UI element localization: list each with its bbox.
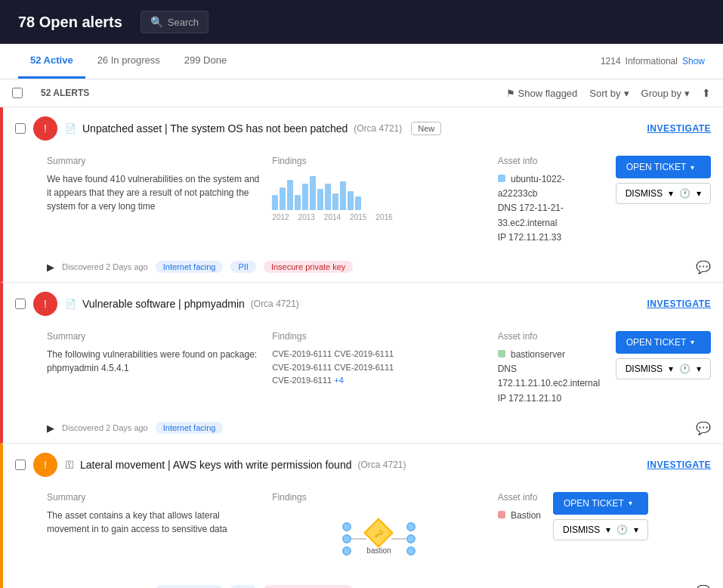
alert-1-investigate-link[interactable]: INVESTIGATE xyxy=(647,123,711,134)
tab-active-label: Active xyxy=(44,54,73,66)
clock-dropdown-icon: ▾ xyxy=(697,188,701,199)
alert-1-discovered-time: 2 Days ago xyxy=(106,262,148,271)
dismiss-dropdown-icon: ▾ xyxy=(669,188,673,199)
node-1 xyxy=(342,522,351,531)
alert-1-tag-2: PII xyxy=(230,261,255,273)
alert-3-asset-info: Bastion xyxy=(498,509,541,523)
expand-icon: ▶ xyxy=(47,262,54,273)
clock-3-icon: 🕐 xyxy=(616,525,628,535)
alert-3-asset-title: Asset info xyxy=(498,492,541,503)
alert-2-tag-1: Internet facing xyxy=(156,422,224,434)
alert-2-chat-icon[interactable]: 💬 xyxy=(696,421,711,435)
alert-2-title-area: 📄 Vulnerable software | phpmyadmin (Orca… xyxy=(65,298,639,310)
line-right xyxy=(391,538,406,540)
alert-1-open-ticket-button[interactable]: OPEN TICKET ▾ xyxy=(616,156,711,178)
alert-2-header: ! 📄 Vulnerable software | phpmyadmin (Or… xyxy=(3,283,723,325)
alert-2-source: (Orca 4721) xyxy=(251,299,299,309)
alert-3-tag-2: PII xyxy=(230,585,255,588)
alert-3-actions: OPEN TICKET ▾ DISMISS ▾ 🕐 ▾ xyxy=(553,492,648,569)
clock-2-dropdown-icon: ▾ xyxy=(697,364,701,374)
chart-bar xyxy=(310,176,316,210)
alert-3-checkbox[interactable] xyxy=(15,460,26,470)
alert-2-open-ticket-button[interactable]: OPEN TICKET ▾ xyxy=(616,331,711,354)
vm-icon xyxy=(498,175,505,182)
alert-1-checkbox[interactable] xyxy=(15,123,26,134)
alert-1-header: ! 📄 Unpatched asset | The system OS has … xyxy=(3,107,723,150)
sort-by-button[interactable]: Sort by ▾ xyxy=(589,88,629,99)
app-header: 78 Open alerts 🔍 Search xyxy=(0,0,723,44)
alert-2-asset-title: Asset info xyxy=(498,331,604,342)
chart-bar xyxy=(272,195,278,210)
informational-area: 1214 Informational Show xyxy=(601,56,705,67)
alert-1-dismiss-button[interactable]: DISMISS ▾ 🕐 ▾ xyxy=(616,183,711,204)
alert-3-summary-section: Summary The asset contains a key that al… xyxy=(47,492,260,569)
informational-label: Informational xyxy=(626,56,678,67)
clock-icon: 🕐 xyxy=(679,188,691,199)
right-nodes xyxy=(406,522,416,556)
alert-2-investigate-link[interactable]: INVESTIGATE xyxy=(647,299,711,309)
select-all-checkbox[interactable] xyxy=(12,88,23,98)
alert-3-summary-text: The asset contains a key that allows lat… xyxy=(47,509,260,536)
alert-3-dismiss-button[interactable]: DISMISS ▾ 🕐 ▾ xyxy=(553,519,648,540)
alert-1-new-badge: New xyxy=(411,122,441,135)
alert-1-asset-section: Asset info ubuntu-1022-a22233cb DNS 172-… xyxy=(498,156,604,245)
search-label: Search xyxy=(168,17,199,28)
alert-2-findings-title: Findings xyxy=(272,331,485,342)
tab-done[interactable]: 299 Done xyxy=(172,44,239,79)
group-by-button[interactable]: Group by ▾ xyxy=(641,88,690,99)
chart-bar xyxy=(348,191,354,210)
toolbar-right: ⚑ Show flagged Sort by ▾ Group by ▾ ⬆ xyxy=(506,87,711,99)
alert-1-source: (Orca 4721) xyxy=(354,123,402,134)
alerts-count: 52 ALERTS xyxy=(41,88,89,98)
alert-3-findings-title: Findings xyxy=(272,492,485,503)
alert-2-body: Summary The following vulnerabilities we… xyxy=(3,325,723,415)
alert-2-asset-ip: IP 172.11.21.10 xyxy=(498,391,604,406)
diamond-group: 🔑 bastion xyxy=(366,522,391,555)
alert-3-open-ticket-button[interactable]: OPEN TICKET ▾ xyxy=(553,492,648,515)
tab-in-progress[interactable]: 26 In progress xyxy=(85,44,172,79)
alert-2-asset-section: Asset info bastionserver DNS 172.11.21.1… xyxy=(498,331,604,406)
alert-1-tag-1: Internet facing xyxy=(156,261,224,273)
tab-active-count: 52 xyxy=(30,54,41,66)
alert-1-chat-icon[interactable]: 💬 xyxy=(696,260,711,274)
chart-bar xyxy=(302,184,308,210)
alert-2-findings-list: CVE-2019-6111 CVE-2019-6111 CVE-2019-611… xyxy=(272,348,485,388)
alert-1-title-area: 📄 Unpatched asset | The system OS has no… xyxy=(65,122,639,135)
alert-3-header: ! ⚿ Lateral movement | AWS keys with wri… xyxy=(3,444,723,486)
finding-1: CVE-2019-6111 CVE-2019-6111 xyxy=(272,348,485,361)
alert-2-title: Vulnerable software | phpmyadmin xyxy=(82,298,245,310)
alert-card-2: ! 📄 Vulnerable software | phpmyadmin (Or… xyxy=(0,283,723,444)
alert-3-asset-name: Bastion xyxy=(498,509,541,523)
dismiss-3-dropdown-icon: ▾ xyxy=(606,525,610,535)
alert-2-dismiss-button[interactable]: DISMISS ▾ 🕐 ▾ xyxy=(616,358,711,379)
share-button[interactable]: ⬆ xyxy=(702,87,711,99)
alert-1-asset-info: ubuntu-1022-a22233cb DNS 172-11-21-33.ec… xyxy=(498,172,604,245)
alert-3-tag-3: Insecure private key xyxy=(264,585,353,588)
dismiss-2-dropdown-icon: ▾ xyxy=(669,364,673,374)
show-informational-link[interactable]: Show xyxy=(682,56,705,67)
alert-1-asset-name: ubuntu-1022-a22233cb xyxy=(498,172,604,201)
chart-bar xyxy=(325,184,331,210)
tab-active[interactable]: 52 Active xyxy=(18,44,85,79)
search-box[interactable]: 🔍 Search xyxy=(141,11,209,33)
alert-2-asset-actions: Asset info bastionserver DNS 172.11.21.1… xyxy=(498,331,711,406)
show-flagged-button[interactable]: ⚑ Show flagged xyxy=(506,88,578,99)
alert-1-body: Summary We have found 410 vulnerabilitie… xyxy=(3,150,723,254)
alert-1-findings-section: Findings 2012 2013 xyxy=(272,156,485,245)
group-dropdown-icon: ▾ xyxy=(684,88,690,99)
left-nodes xyxy=(342,522,351,556)
alert-3-investigate-link[interactable]: INVESTIGATE xyxy=(647,460,711,470)
tab-done-count: 299 xyxy=(184,54,201,66)
alert-3-chat-icon[interactable]: 💬 xyxy=(696,584,711,588)
informational-count: 1214 xyxy=(601,56,621,67)
tab-in-progress-count: 26 xyxy=(97,54,108,66)
alerts-toolbar: 52 ALERTS ⚑ Show flagged Sort by ▾ Group… xyxy=(0,79,723,107)
alert-2-findings-section: Findings CVE-2019-6111 CVE-2019-6111 CVE… xyxy=(272,331,485,406)
node-5 xyxy=(406,534,416,543)
bastion-icon xyxy=(498,511,505,518)
alert-1-summary-title: Summary xyxy=(47,156,260,166)
open-ticket-dropdown-icon: ▾ xyxy=(691,163,694,172)
alert-2-checkbox[interactable] xyxy=(15,299,26,309)
alert-3-findings-section: Findings 🔑 bastion xyxy=(272,492,485,569)
alert-1-summary-text: We have found 410 vulnerabilities on the… xyxy=(47,172,260,213)
